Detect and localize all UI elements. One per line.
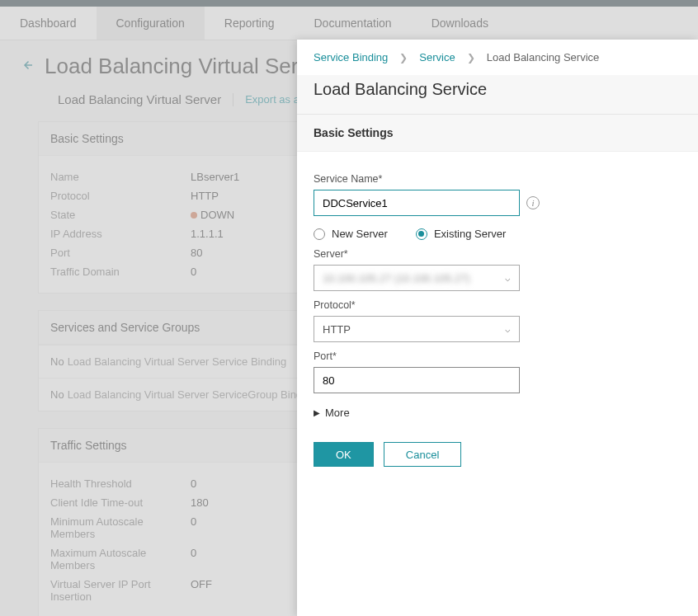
- value-port: 80: [191, 247, 202, 259]
- divider: [233, 93, 233, 106]
- service-name-input[interactable]: [314, 190, 520, 216]
- label-vip-port-insertion: Virtual Server IP Port Insertion: [50, 578, 191, 603]
- label-health-threshold: Health Threshold: [50, 477, 191, 490]
- cancel-button[interactable]: Cancel: [384, 442, 461, 467]
- value-health-threshold: 0: [191, 477, 196, 490]
- radio-label: New Server: [332, 228, 388, 240]
- value-min-autoscale: 0: [191, 515, 196, 540]
- value-ip: 1.1.1.1: [191, 228, 224, 240]
- tab-downloads[interactable]: Downloads: [412, 7, 508, 40]
- page-title: Load Balancing Virtual Server: [45, 54, 328, 79]
- value-traffic-domain: 0: [191, 266, 196, 278]
- crumb-service[interactable]: Service: [419, 51, 455, 63]
- label-service-name: Service Name*: [314, 173, 681, 185]
- label-ip: IP Address: [50, 228, 191, 240]
- back-icon[interactable]: [20, 58, 35, 75]
- chevron-right-icon: ❯: [467, 52, 475, 63]
- radio-label: Existing Server: [434, 228, 506, 240]
- label-port: Port: [50, 247, 191, 259]
- protocol-select[interactable]: HTTP ⌵: [314, 316, 520, 342]
- radio-existing-server[interactable]: Existing Server: [416, 228, 506, 240]
- form: Service Name* i New Server Existing Serv…: [297, 152, 698, 432]
- tab-dashboard[interactable]: Dashboard: [0, 7, 97, 40]
- nav-tabs: Dashboard Configuration Reporting Docume…: [0, 7, 698, 40]
- crumb-service-binding[interactable]: Service Binding: [314, 51, 388, 63]
- value-protocol: HTTP: [191, 190, 219, 202]
- caret-right-icon: ▶: [314, 408, 320, 417]
- tab-configuration[interactable]: Configuration: [97, 7, 205, 40]
- protocol-select-value: HTTP: [323, 323, 351, 336]
- breadcrumb: Service Binding ❯ Service ❯ Load Balanci…: [297, 40, 698, 75]
- tab-documentation[interactable]: Documentation: [294, 7, 411, 40]
- value-name: LBserver1: [191, 171, 239, 183]
- label-server: Server*: [314, 248, 681, 260]
- chevron-down-icon: ⌵: [505, 273, 511, 284]
- status-dot-icon: [191, 212, 197, 219]
- more-toggle[interactable]: ▶ More: [314, 407, 681, 419]
- label-port: Port*: [314, 350, 681, 362]
- chevron-right-icon: ❯: [399, 52, 408, 63]
- radio-icon: [314, 228, 325, 240]
- label-max-autoscale: Maximum Autoscale Members: [50, 547, 191, 571]
- topbar-strip: [0, 0, 698, 7]
- port-input[interactable]: [314, 367, 520, 393]
- crumb-current: Load Balancing Service: [487, 51, 600, 63]
- value-client-idle: 180: [191, 496, 209, 509]
- info-icon[interactable]: i: [526, 196, 540, 209]
- radio-icon: [416, 228, 427, 240]
- label-client-idle: Client Idle Time-out: [50, 496, 191, 509]
- label-protocol: Protocol: [50, 190, 191, 202]
- server-select-value: 10.100.105.27 (10.100.105.27): [323, 272, 470, 284]
- label-name: Name: [50, 171, 191, 183]
- more-label: More: [325, 407, 350, 419]
- label-state: State: [50, 209, 191, 221]
- value-max-autoscale: 0: [191, 547, 196, 571]
- server-select[interactable]: 10.100.105.27 (10.100.105.27) ⌵: [314, 265, 520, 291]
- radio-new-server[interactable]: New Server: [314, 228, 388, 240]
- page-subtitle: Load Balancing Virtual Server: [58, 92, 221, 106]
- ok-button[interactable]: OK: [314, 442, 374, 467]
- label-protocol: Protocol*: [314, 299, 681, 311]
- label-traffic-domain: Traffic Domain: [50, 266, 191, 278]
- slide-title: Load Balancing Service: [297, 75, 698, 115]
- chevron-down-icon: ⌵: [505, 324, 511, 335]
- value-state: DOWN: [191, 209, 234, 221]
- value-vip-port-insertion: OFF: [191, 578, 212, 603]
- tab-reporting[interactable]: Reporting: [205, 7, 295, 40]
- label-min-autoscale: Minimum Autoscale Members: [50, 515, 191, 540]
- slide-panel: Service Binding ❯ Service ❯ Load Balanci…: [297, 40, 698, 616]
- section-heading: Basic Settings: [297, 115, 698, 152]
